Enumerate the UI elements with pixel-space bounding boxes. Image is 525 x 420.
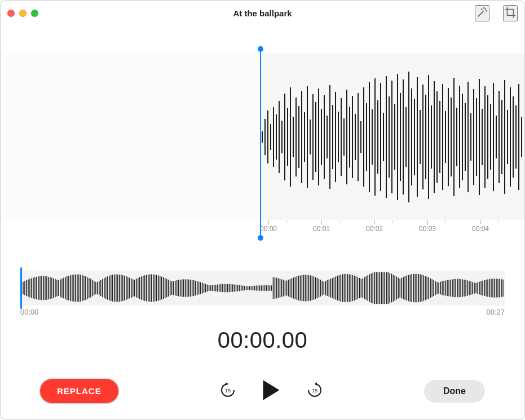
play-button[interactable] <box>259 377 283 405</box>
tick-label: 00:01 <box>313 225 330 233</box>
svg-point-2 <box>483 7 484 8</box>
title-actions <box>475 1 518 25</box>
controls-bar: REPLACE 15 15 <box>1 377 524 405</box>
replace-button[interactable]: REPLACE <box>40 379 118 403</box>
waveform-lead-in <box>1 54 260 220</box>
svg-point-0 <box>485 8 486 9</box>
traffic-lights <box>7 10 38 17</box>
overview-start-time: 00:00 <box>20 308 39 316</box>
waveform-graphic <box>260 54 525 220</box>
overview-playhead[interactable] <box>20 267 22 309</box>
transport-controls: 15 15 <box>217 377 326 405</box>
window-title: At the ballpark <box>1 8 524 18</box>
fullscreen-window-button[interactable] <box>31 10 38 17</box>
skip-forward-icon: 15 <box>306 381 324 399</box>
skip-back-15-button[interactable]: 15 <box>217 379 239 403</box>
trim-button[interactable] <box>503 5 518 21</box>
tick-label: 00:00 <box>260 225 277 233</box>
overview-graphic <box>20 271 505 306</box>
svg-point-3 <box>482 8 482 9</box>
svg-point-1 <box>486 10 487 11</box>
overview-times: 00:00 00:27 <box>20 308 505 316</box>
playhead[interactable] <box>260 49 261 238</box>
tick-label: 00:03 <box>419 225 436 233</box>
done-button[interactable]: Done <box>424 380 485 403</box>
svg-marker-383 <box>263 380 279 400</box>
overview-end-time: 00:27 <box>486 308 505 316</box>
current-time-display: 00:00.00 <box>1 328 524 353</box>
window: At the ballpark <box>0 0 525 420</box>
tick-label: 00:02 <box>366 225 383 233</box>
minimize-window-button[interactable] <box>19 10 27 17</box>
overview-waveform[interactable] <box>20 271 505 306</box>
titlebar: At the ballpark <box>1 1 524 25</box>
main-waveform[interactable]: 00:00 00:01 00:02 00:03 00:04 <box>1 54 524 220</box>
crop-icon <box>504 6 517 19</box>
close-window-button[interactable] <box>7 10 15 17</box>
enhance-icon <box>476 6 488 19</box>
tick-label: 00:04 <box>472 225 489 233</box>
play-icon <box>262 379 281 401</box>
timeline-ruler: 00:00 00:01 00:02 00:03 00:04 <box>260 220 524 240</box>
skip-forward-15-button[interactable]: 15 <box>303 379 326 403</box>
skip-fwd-label: 15 <box>312 388 317 394</box>
skip-back-icon: 15 <box>219 381 237 399</box>
enhance-button[interactable] <box>475 5 489 21</box>
skip-back-label: 15 <box>225 388 231 394</box>
